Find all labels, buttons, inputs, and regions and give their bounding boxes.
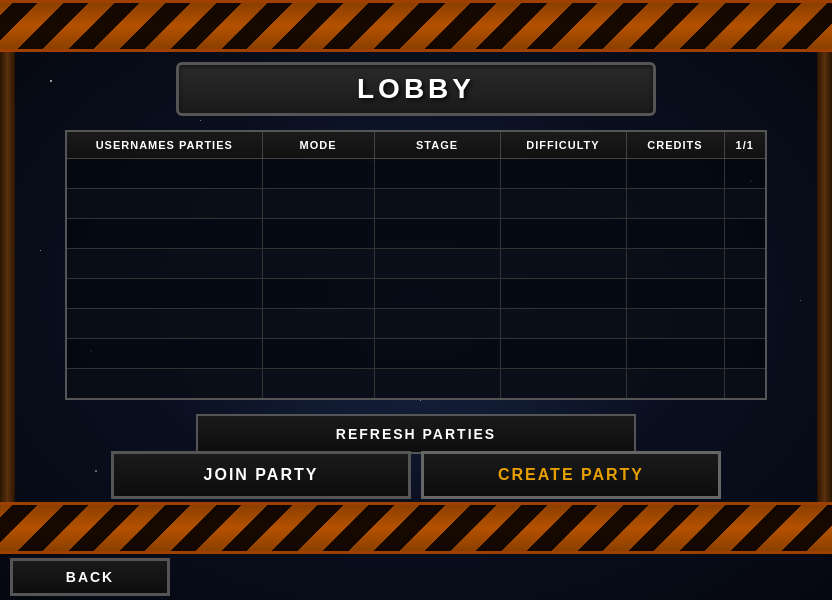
bottom-hazard-bar (0, 502, 832, 554)
table-row[interactable] (66, 249, 766, 279)
left-panel (0, 0, 15, 554)
col-header-mode: MODE (262, 131, 374, 159)
main-content: LOBBY USERNAMES PARTIES MODE STAGE DIFFI… (15, 52, 817, 502)
col-header-username: USERNAMES PARTIES (66, 131, 262, 159)
table-row[interactable] (66, 189, 766, 219)
top-hazard-bar (0, 0, 832, 52)
table-row[interactable] (66, 309, 766, 339)
table-row[interactable] (66, 279, 766, 309)
col-header-page: 1/1 (724, 131, 766, 159)
back-area: BACK (0, 554, 170, 600)
col-header-credits: CREDITS (626, 131, 724, 159)
table-row[interactable] (66, 339, 766, 369)
col-header-stage: STAGE (374, 131, 500, 159)
action-buttons: JOIN PARTY CREATE PARTY (15, 447, 817, 502)
col-header-difficulty: DIFFICULTY (500, 131, 626, 159)
right-panel (817, 0, 832, 554)
lobby-title: LOBBY (357, 73, 475, 104)
back-button[interactable]: BACK (10, 558, 170, 596)
join-party-button[interactable]: JOIN PARTY (111, 451, 411, 499)
lobby-table: USERNAMES PARTIES MODE STAGE DIFFICULTY … (65, 130, 767, 400)
title-container: LOBBY (176, 62, 656, 116)
table-row[interactable] (66, 219, 766, 249)
table-row[interactable] (66, 369, 766, 399)
table-row[interactable] (66, 159, 766, 189)
create-party-button[interactable]: CREATE PARTY (421, 451, 721, 499)
